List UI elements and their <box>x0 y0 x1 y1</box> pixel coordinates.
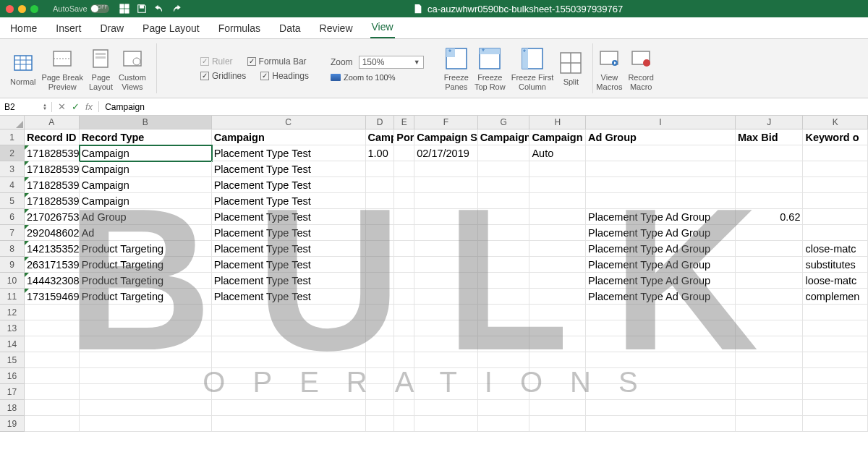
cell-H19[interactable] <box>529 416 586 432</box>
cell-F8[interactable] <box>414 241 478 257</box>
cell-B16[interactable] <box>80 368 212 384</box>
column-header-C[interactable]: C <box>212 116 366 129</box>
cell-F6[interactable] <box>414 209 478 225</box>
column-header-A[interactable]: A <box>25 116 80 129</box>
formula-bar-checkbox[interactable]: ✓Formula Bar <box>247 56 307 67</box>
cell-A16[interactable] <box>25 368 80 384</box>
cell-E11[interactable] <box>394 289 414 305</box>
select-all-corner[interactable] <box>0 116 25 129</box>
formula-input[interactable]: Campaign <box>99 102 150 112</box>
cell-H1[interactable]: Campaign <box>529 129 586 145</box>
cell-K3[interactable] <box>803 161 868 177</box>
row-header-9[interactable]: 9 <box>0 257 25 273</box>
menu-tab-home[interactable]: Home <box>9 18 38 38</box>
cell-I8[interactable]: Placement Type Ad Group <box>586 241 736 257</box>
cell-K16[interactable] <box>803 368 868 384</box>
record-macro-button[interactable]: Record Macro <box>625 43 656 93</box>
cell-I7[interactable]: Placement Type Ad Group <box>586 225 736 241</box>
cell-A7[interactable]: 292048602 <box>25 225 80 241</box>
cell-C11[interactable]: Placement Type Test <box>212 289 366 305</box>
cell-D9[interactable] <box>366 257 395 273</box>
cell-C15[interactable] <box>212 352 366 368</box>
row-header-4[interactable]: 4 <box>0 177 25 193</box>
cell-G8[interactable] <box>478 241 530 257</box>
name-box[interactable]: B2 ▲▼ <box>0 102 52 112</box>
cell-I17[interactable] <box>586 384 736 400</box>
cell-G1[interactable]: Campaign I <box>478 129 530 145</box>
cell-G3[interactable] <box>478 161 530 177</box>
cell-G5[interactable] <box>478 193 530 209</box>
cell-B1[interactable]: Record Type <box>80 129 212 145</box>
zoom-100-button[interactable]: Zoom to 100% <box>331 73 424 82</box>
cell-A15[interactable] <box>25 352 80 368</box>
cell-B4[interactable]: Campaign <box>80 177 212 193</box>
cell-J14[interactable] <box>736 336 804 352</box>
column-header-K[interactable]: K <box>803 116 868 129</box>
row-header-13[interactable]: 13 <box>0 320 25 336</box>
cell-I13[interactable] <box>586 320 736 336</box>
cell-J6[interactable]: 0.62 <box>736 209 804 225</box>
cell-D15[interactable] <box>366 352 395 368</box>
column-header-B[interactable]: B <box>80 116 212 129</box>
cell-B15[interactable] <box>80 352 212 368</box>
cell-E13[interactable] <box>394 320 414 336</box>
cell-C10[interactable]: Placement Type Test <box>212 273 366 289</box>
row-header-3[interactable]: 3 <box>0 161 25 177</box>
cell-G9[interactable] <box>478 257 530 273</box>
cell-H16[interactable] <box>529 368 586 384</box>
minimize-window-button[interactable] <box>18 5 26 13</box>
cell-D11[interactable] <box>366 289 395 305</box>
cell-K17[interactable] <box>803 384 868 400</box>
undo-icon[interactable] <box>154 4 164 14</box>
cell-B19[interactable] <box>80 416 212 432</box>
cell-C2[interactable]: Placement Type Test <box>212 145 366 161</box>
row-header-7[interactable]: 7 <box>0 225 25 241</box>
cell-K9[interactable]: substitutes <box>803 257 868 273</box>
cell-H7[interactable] <box>529 225 586 241</box>
view-macros-button[interactable]: View Macros <box>593 43 625 93</box>
cell-I5[interactable] <box>586 193 736 209</box>
cell-E3[interactable] <box>394 161 414 177</box>
cell-G4[interactable] <box>478 177 530 193</box>
cell-H14[interactable] <box>529 336 586 352</box>
cell-A11[interactable]: 173159469 <box>25 289 80 305</box>
ruler-checkbox[interactable]: ✓Ruler <box>200 56 233 67</box>
cell-B10[interactable]: Product Targeting <box>80 273 212 289</box>
row-header-11[interactable]: 11 <box>0 289 25 305</box>
cell-K5[interactable] <box>803 193 868 209</box>
cell-E15[interactable] <box>394 352 414 368</box>
cell-A6[interactable]: 217026753 <box>25 209 80 225</box>
column-header-J[interactable]: J <box>736 116 804 129</box>
cell-J8[interactable] <box>736 241 804 257</box>
cancel-icon[interactable]: ✕ <box>58 101 66 112</box>
cell-E18[interactable] <box>394 400 414 416</box>
cell-F13[interactable] <box>414 320 478 336</box>
cell-B8[interactable]: Product Targeting <box>80 241 212 257</box>
cell-K11[interactable]: complemen <box>803 289 868 305</box>
cell-E8[interactable] <box>394 241 414 257</box>
cell-J11[interactable] <box>736 289 804 305</box>
cell-E12[interactable] <box>394 305 414 320</box>
cell-B12[interactable] <box>80 305 212 320</box>
cell-J7[interactable] <box>736 225 804 241</box>
cell-E5[interactable] <box>394 193 414 209</box>
cell-K2[interactable] <box>803 145 868 161</box>
cell-B5[interactable]: Campaign <box>80 193 212 209</box>
cell-F10[interactable] <box>414 273 478 289</box>
cell-B13[interactable] <box>80 320 212 336</box>
cell-I18[interactable] <box>586 400 736 416</box>
cell-D2[interactable]: 1.00 <box>366 145 395 161</box>
cell-E6[interactable] <box>394 209 414 225</box>
cell-D8[interactable] <box>366 241 395 257</box>
menu-tab-page-layout[interactable]: Page Layout <box>141 18 201 38</box>
cell-C8[interactable]: Placement Type Test <box>212 241 366 257</box>
cell-E1[interactable]: Por <box>394 129 414 145</box>
row-header-15[interactable]: 15 <box>0 352 25 368</box>
cell-K13[interactable] <box>803 320 868 336</box>
cell-K18[interactable] <box>803 400 868 416</box>
cell-I1[interactable]: Ad Group <box>586 129 736 145</box>
cell-B18[interactable] <box>80 400 212 416</box>
cell-K14[interactable] <box>803 336 868 352</box>
cell-F16[interactable] <box>414 368 478 384</box>
row-header-1[interactable]: 1 <box>0 129 25 145</box>
